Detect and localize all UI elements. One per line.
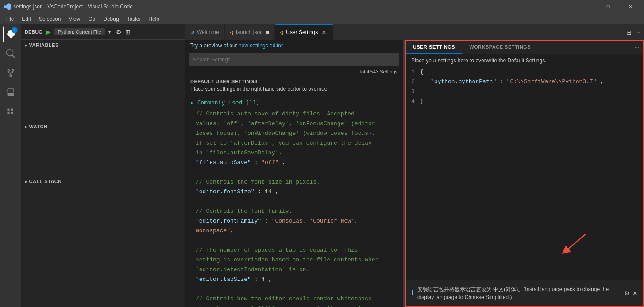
code-line: in 'files.autoSaveDelay'. bbox=[185, 148, 403, 158]
watch-section-header[interactable]: ▸ WATCH bbox=[21, 121, 185, 132]
user-settings-tabs: USER SETTINGS WORKSPACE SETTINGS ··· bbox=[406, 41, 643, 54]
code-line: `editor.detectIndentation` is on. bbox=[185, 265, 403, 275]
menu-view[interactable]: View bbox=[65, 15, 84, 23]
debug-toolbar: DEBUG ▶ Python: Current File ▾ ⚙ ⊞ bbox=[21, 24, 185, 40]
code-line: If set to 'afterDelay', you can configur… bbox=[185, 138, 403, 148]
tab-user-settings[interactable]: {} User Settings ✕ bbox=[275, 24, 333, 40]
tab-welcome-label: Welcome bbox=[197, 29, 219, 35]
variables-label: VARIABLES bbox=[29, 42, 59, 48]
code-line: // Controls the font size in pixels. bbox=[185, 177, 403, 187]
debug-badge: 1 bbox=[12, 27, 18, 33]
menu-help[interactable]: Help bbox=[145, 15, 163, 23]
chevron-down-icon[interactable]: ▾ bbox=[108, 30, 111, 35]
activity-bar: 1 bbox=[0, 24, 21, 307]
main-layout: 1 DEBUG ▶ Python: Current File ▾ ⚙ ⊞ ▸ V… bbox=[0, 24, 644, 307]
more-options-icon[interactable]: ··· bbox=[631, 41, 643, 54]
minimize-button[interactable]: ─ bbox=[576, 0, 596, 13]
us-code-line-3: 3 bbox=[406, 87, 643, 96]
code-line: // Controls how the editor should render… bbox=[185, 294, 403, 304]
default-settings-desc: Place your settings in the right hand si… bbox=[185, 85, 403, 96]
activity-debug[interactable]: 1 bbox=[3, 26, 19, 42]
chevron-icon: ▸ bbox=[25, 179, 27, 184]
sidebar: DEBUG ▶ Python: Current File ▾ ⚙ ⊞ ▸ VAR… bbox=[21, 24, 185, 307]
code-line: values: 'off', 'afterDelay', 'onFocusCha… bbox=[185, 119, 403, 129]
search-settings-input[interactable] bbox=[193, 57, 395, 63]
activity-source-control[interactable] bbox=[3, 65, 19, 81]
user-settings-pane: USER SETTINGS WORKSPACE SETTINGS ··· Pla… bbox=[405, 40, 644, 307]
title-bar-controls: ─ □ ✕ bbox=[576, 0, 640, 13]
default-settings-pane: Try a preview of our new settings editor… bbox=[185, 40, 403, 307]
user-settings-tab[interactable]: USER SETTINGS bbox=[406, 41, 462, 54]
debug-play-button[interactable]: ▶ bbox=[46, 28, 51, 35]
menu-go[interactable]: Go bbox=[85, 15, 99, 23]
menu-tasks[interactable]: Tasks bbox=[123, 15, 144, 23]
us-code-line-2: 2 "python.pythonPath" : "C:\\SorftWare\\… bbox=[406, 77, 643, 87]
debug-split-icon[interactable]: ⊞ bbox=[125, 28, 131, 35]
code-line bbox=[185, 236, 403, 246]
menu-debug[interactable]: Debug bbox=[100, 15, 122, 23]
tab-welcome[interactable]: ⊙ Welcome bbox=[185, 24, 225, 40]
activity-search[interactable] bbox=[3, 46, 19, 61]
debug-settings-icon[interactable]: ⚙ bbox=[116, 28, 122, 35]
code-line: "editor.fontSize" : 14 , bbox=[185, 187, 403, 197]
title-bar: settings.json - VsCodeProject - Visual S… bbox=[0, 0, 644, 13]
menu-selection[interactable]: Selection bbox=[35, 15, 64, 23]
info-bar: Try a preview of our new settings editor bbox=[185, 40, 403, 51]
window-title: settings.json - VsCodeProject - Visual S… bbox=[13, 4, 133, 10]
chevron-icon: ▸ bbox=[25, 43, 27, 48]
variables-section-header[interactable]: ▸ VARIABLES bbox=[21, 40, 185, 50]
title-bar-left: settings.json - VsCodeProject - Visual S… bbox=[4, 3, 133, 10]
code-line: // Controls the font family. bbox=[185, 207, 403, 216]
close-button[interactable]: ✕ bbox=[620, 0, 640, 13]
us-code-line-1: 1 { bbox=[406, 67, 643, 77]
user-settings-description: Place your settings here to overwrite th… bbox=[406, 54, 643, 65]
tab-launch-json[interactable]: {} launch.json bbox=[225, 24, 275, 40]
split-editor-icon[interactable]: ⊞ bbox=[626, 29, 632, 36]
chevron-icon: ▸ bbox=[25, 124, 27, 129]
call-stack-label: CALL STACK bbox=[29, 179, 62, 184]
menu-edit[interactable]: Edit bbox=[18, 15, 35, 23]
default-settings-header: DEFAULT USER SETTINGS bbox=[185, 76, 403, 85]
notification-actions: ⚙ ✕ bbox=[624, 290, 638, 297]
code-line bbox=[185, 168, 403, 177]
code-line: loses focus), 'onWindowChange' (window l… bbox=[185, 129, 403, 138]
code-line: setting is overridden based on the file … bbox=[185, 255, 403, 265]
search-settings-bar[interactable] bbox=[189, 53, 399, 66]
code-line: "editor.fontFamily" : "Consolas, 'Courie… bbox=[185, 216, 403, 226]
code-line: "editor.tabSize" : 4 , bbox=[185, 275, 403, 284]
menu-file[interactable]: File bbox=[2, 15, 17, 23]
call-stack-section-header[interactable]: ▸ CALL STACK bbox=[21, 176, 185, 187]
tab-launch-label: launch.json bbox=[236, 29, 263, 35]
notification-text: 安装语言包并将显示语言更改为 中文(简体)。(Install language … bbox=[417, 285, 621, 301]
code-line: "files.autoSave" : "off" , bbox=[185, 158, 403, 168]
info-icon: ℹ bbox=[411, 289, 414, 297]
editor-area: ⊙ Welcome {} launch.json {} User Setting… bbox=[185, 24, 644, 307]
tab-user-settings-label: User Settings bbox=[286, 29, 318, 35]
debug-config-label[interactable]: Python: Current File bbox=[54, 28, 105, 35]
notification-close-icon[interactable]: ✕ bbox=[632, 290, 638, 297]
tabs-end-icons: ⊞ ··· bbox=[623, 24, 644, 40]
maximize-button[interactable]: □ bbox=[598, 0, 618, 13]
tab-close-button[interactable]: ✕ bbox=[320, 28, 328, 36]
vscode-icon bbox=[4, 3, 11, 10]
activity-explorer[interactable] bbox=[3, 104, 19, 120]
code-line bbox=[185, 284, 403, 294]
notification-settings-icon[interactable]: ⚙ bbox=[624, 290, 630, 297]
code-line: // The number of spaces a tab is equal t… bbox=[185, 246, 403, 255]
modified-indicator bbox=[266, 31, 269, 34]
commonly-used-header[interactable]: ▸ Commonly Used (11) bbox=[185, 96, 403, 107]
more-actions-icon[interactable]: ··· bbox=[635, 29, 640, 36]
activity-extensions[interactable] bbox=[3, 84, 19, 100]
new-settings-link[interactable]: new settings editor bbox=[239, 42, 283, 49]
tabs-bar: ⊙ Welcome {} launch.json {} User Setting… bbox=[185, 24, 644, 40]
code-line: characters, possibilities are 'none', 'b… bbox=[185, 304, 403, 307]
us-code-line-4: 4 } bbox=[406, 96, 643, 106]
json-icon: {} bbox=[230, 30, 233, 35]
welcome-tab-icon: ⊙ bbox=[190, 29, 194, 35]
debug-label: DEBUG bbox=[25, 29, 42, 35]
default-settings-code: // Controls auto save of dirty files. Ac… bbox=[185, 107, 403, 307]
code-line: monospace", bbox=[185, 226, 403, 236]
editor-content: Try a preview of our new settings editor… bbox=[185, 40, 644, 307]
notification-bar: ℹ 安装语言包并将显示语言更改为 中文(简体)。(Install languag… bbox=[406, 280, 643, 306]
workspace-settings-tab[interactable]: WORKSPACE SETTINGS bbox=[462, 41, 538, 54]
